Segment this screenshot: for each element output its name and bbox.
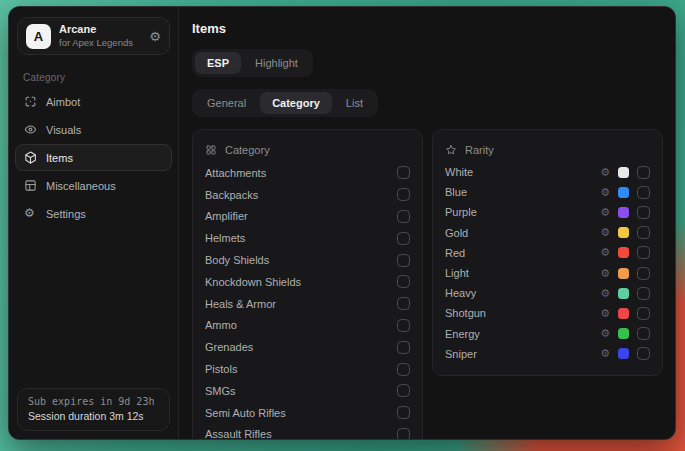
color-swatch[interactable] [618,328,629,339]
session-duration-text: Session duration 3m 12s [28,410,159,422]
checkbox[interactable] [397,319,410,332]
checkbox[interactable] [637,287,650,300]
rarity-controls: ⚙ [600,226,650,239]
checkbox[interactable] [397,384,410,397]
color-swatch[interactable] [618,187,629,198]
checkbox[interactable] [637,347,650,360]
category-label: Knockdown Shields [205,276,301,288]
color-swatch[interactable] [618,308,629,319]
rarity-label: Light [445,267,600,279]
rarity-list: White⚙Blue⚙Purple⚙Gold⚙Red⚙Light⚙Heavy⚙S… [445,162,650,364]
sidebar-item-items[interactable]: Items [15,144,172,171]
rarity-row: Sniper⚙ [445,344,650,364]
color-swatch[interactable] [618,167,629,178]
category-row: Body Shields [205,249,410,271]
checkbox[interactable] [397,428,410,439]
rarity-row: Heavy⚙ [445,283,650,303]
tab-general[interactable]: General [195,92,258,114]
gear-icon[interactable]: ⚙ [149,30,161,43]
rarity-label: Blue [445,186,600,198]
rarity-panel-title: Rarity [465,144,494,156]
gear-icon[interactable]: ⚙ [600,227,610,238]
checkbox[interactable] [637,206,650,219]
category-row: Amplifier [205,206,410,228]
gear-icon: ⚙ [24,207,37,220]
checkbox[interactable] [637,166,650,179]
gear-icon[interactable]: ⚙ [600,348,610,359]
gear-icon[interactable]: ⚙ [600,247,610,258]
sidebar-item-label: Items [46,152,73,164]
tab-list[interactable]: List [334,92,375,114]
tab-category[interactable]: Category [260,92,332,114]
category-row: SMGs [205,380,410,402]
rarity-row: Light⚙ [445,263,650,283]
mode-esp[interactable]: ESP [195,52,241,74]
category-panel-title: Category [225,144,270,156]
sidebar-item-miscellaneous[interactable]: Miscellaneous [15,172,172,199]
sidebar-item-aimbot[interactable]: Aimbot [15,88,172,115]
brand-text: Arcane for Apex Legends [59,23,133,49]
color-swatch[interactable] [618,268,629,279]
checkbox[interactable] [397,254,410,267]
rarity-controls: ⚙ [600,347,650,360]
category-row: Semi Auto Rifles [205,402,410,424]
color-swatch[interactable] [618,288,629,299]
rarity-label: White [445,166,600,178]
app-window: A Arcane for Apex Legends ⚙ Category Aim… [8,6,676,440]
gear-icon[interactable]: ⚙ [600,167,610,178]
gear-icon[interactable]: ⚙ [600,268,610,279]
category-label: Heals & Armor [205,298,276,310]
mode-highlight[interactable]: Highlight [243,52,310,74]
star-icon [445,144,457,156]
checkbox[interactable] [397,188,410,201]
main-content: Items ESPHighlight GeneralCategoryList C… [179,7,675,439]
color-swatch[interactable] [618,207,629,218]
checkbox[interactable] [397,275,410,288]
rarity-panel-header: Rarity [445,138,650,162]
checkbox[interactable] [397,166,410,179]
checkbox[interactable] [637,307,650,320]
category-label: Body Shields [205,254,269,266]
color-swatch[interactable] [618,247,629,258]
gear-icon[interactable]: ⚙ [600,187,610,198]
category-label: Helmets [205,232,245,244]
sidebar-item-settings[interactable]: ⚙Settings [15,200,172,227]
checkbox[interactable] [397,341,410,354]
sidebar-item-visuals[interactable]: Visuals [15,116,172,143]
app-title: Arcane [59,23,133,37]
checkbox[interactable] [637,246,650,259]
checkbox[interactable] [397,406,410,419]
checkbox[interactable] [637,186,650,199]
category-panel: Category AttachmentsBackpacksAmplifierHe… [192,129,423,439]
esp-highlight-toggle: ESPHighlight [192,49,313,77]
rarity-row: Gold⚙ [445,223,650,243]
rarity-controls: ⚙ [600,206,650,219]
rarity-controls: ⚙ [600,327,650,340]
rarity-label: Sniper [445,348,600,360]
color-swatch[interactable] [618,227,629,238]
category-row: Assault Rifles [205,424,410,439]
gear-icon[interactable]: ⚙ [600,288,610,299]
checkbox[interactable] [397,297,410,310]
brand-card: A Arcane for Apex Legends ⚙ [17,17,170,55]
category-row: Heals & Armor [205,293,410,315]
checkbox[interactable] [637,327,650,340]
items-tabs: GeneralCategoryList [192,89,378,117]
category-label: Assault Rifles [205,428,272,439]
app-subtitle: for Apex Legends [59,37,133,49]
gear-icon[interactable]: ⚙ [600,207,610,218]
rarity-label: Shotgun [445,307,600,319]
gear-icon[interactable]: ⚙ [600,308,610,319]
checkbox[interactable] [397,210,410,223]
crosshair-icon [24,95,37,108]
checkbox[interactable] [637,226,650,239]
checkbox[interactable] [397,363,410,376]
sidebar-item-label: Settings [46,208,86,220]
checkbox[interactable] [637,267,650,280]
rarity-controls: ⚙ [600,287,650,300]
gear-icon[interactable]: ⚙ [600,328,610,339]
color-swatch[interactable] [618,348,629,359]
category-row: Attachments [205,162,410,184]
rarity-row: Purple⚙ [445,202,650,222]
checkbox[interactable] [397,232,410,245]
